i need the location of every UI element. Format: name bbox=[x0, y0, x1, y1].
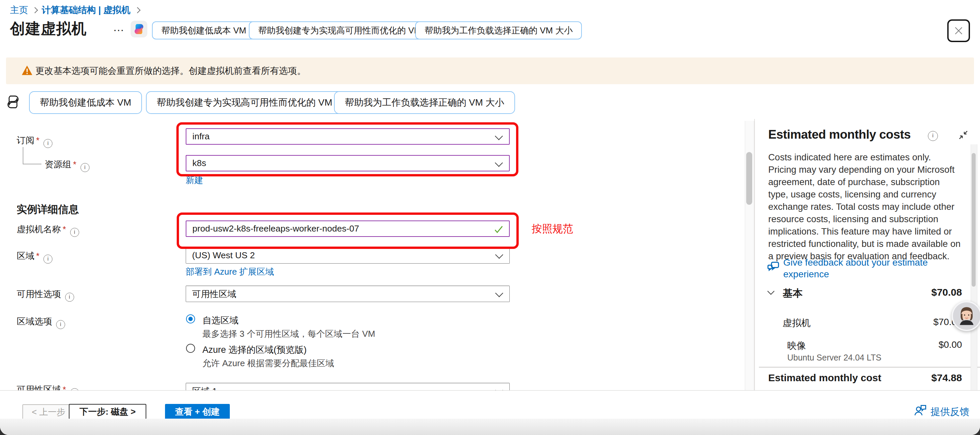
copilot-outline-button[interactable] bbox=[6, 95, 20, 110]
info-icon[interactable]: i bbox=[56, 320, 65, 329]
cost-divider bbox=[759, 367, 980, 368]
breadcrumb-home-link[interactable]: 主页 bbox=[10, 5, 28, 15]
region-label: 区域*i bbox=[17, 250, 52, 264]
required-asterisk: * bbox=[63, 224, 66, 234]
close-icon bbox=[954, 26, 964, 36]
cost-image-row-subtext: Ubuntu Server 24.04 LTS bbox=[787, 353, 881, 362]
radio-self-selected-zones[interactable] bbox=[186, 314, 195, 323]
helper-high-availability-button[interactable]: 帮助我创建专为实现高可用性而优化的 VM bbox=[146, 91, 343, 114]
helper-vm-size-button[interactable]: 帮助我为工作负载选择正确的 VM 大小 bbox=[334, 91, 515, 114]
helper-low-cost-vm-button[interactable]: 帮助我创建低成本 VM bbox=[29, 91, 142, 114]
required-asterisk: * bbox=[36, 135, 40, 145]
instance-details-heading: 实例详细信息 bbox=[17, 202, 79, 217]
bottom-strip bbox=[0, 419, 980, 435]
required-asterisk: * bbox=[73, 159, 76, 169]
resource-group-dropdown[interactable]: k8s bbox=[186, 155, 510, 171]
subscription-label: 订阅*i bbox=[17, 134, 52, 148]
availability-options-label: 可用性选项i bbox=[17, 288, 74, 302]
info-icon[interactable]: i bbox=[70, 228, 79, 237]
feedback-bubbles-icon bbox=[766, 260, 780, 274]
region-dropdown[interactable]: (US) West US 2 bbox=[186, 247, 510, 264]
vm-name-label: 虚拟机名称*i bbox=[17, 223, 79, 237]
suggestion-low-cost-vm-button[interactable]: 帮助我创建低成本 VM bbox=[152, 21, 256, 40]
info-icon[interactable]: i bbox=[43, 139, 52, 148]
cost-panel-description: Costs indicated here are estimates only.… bbox=[768, 151, 961, 262]
chevron-down-icon[interactable] bbox=[767, 290, 775, 295]
cost-total-value: $74.88 bbox=[862, 372, 962, 384]
person-feedback-icon bbox=[914, 404, 927, 417]
footer-bar: < 上一步 下一步: 磁盘 > 查看 + 创建 提供反馈 bbox=[0, 390, 980, 419]
cost-image-row-label: 映像 bbox=[787, 339, 806, 352]
avatar-image bbox=[953, 302, 980, 330]
required-asterisk: * bbox=[36, 251, 40, 261]
resource-group-label: 资源组*i bbox=[45, 158, 89, 172]
chevron-right-icon bbox=[32, 7, 38, 13]
copilot-icon bbox=[133, 23, 145, 35]
main-scrollbar-thumb[interactable] bbox=[746, 152, 752, 205]
radio-azure-selected-zones[interactable] bbox=[186, 344, 195, 353]
feedback-link[interactable]: 提供反馈 bbox=[931, 405, 969, 419]
annotation-text: 按照规范 bbox=[532, 222, 573, 236]
zone-options-label: 区域选项i bbox=[17, 315, 65, 329]
breadcrumb: 主页计算基础结构 | 虚拟机 bbox=[10, 4, 144, 16]
chevron-down-icon bbox=[495, 250, 503, 258]
previous-button[interactable]: < 上一步 bbox=[22, 404, 75, 420]
cost-vm-row-label: 虚拟机 bbox=[783, 317, 811, 330]
close-button[interactable] bbox=[947, 19, 970, 42]
radio-self-selected-zones-label[interactable]: 自选区域 bbox=[202, 314, 239, 327]
info-icon[interactable]: i bbox=[65, 293, 74, 302]
edge-zone-link[interactable]: 部署到 Azure 扩展区域 bbox=[186, 266, 274, 278]
copilot-button[interactable] bbox=[130, 21, 147, 37]
page-title: 创建虚拟机 bbox=[10, 19, 87, 39]
radio-self-selected-zones-desc: 最多选择 3 个可用性区域，每个区域一台 VM bbox=[202, 328, 375, 340]
info-icon[interactable]: i bbox=[928, 131, 938, 141]
more-menu-button[interactable]: … bbox=[113, 21, 125, 34]
chevron-down-icon bbox=[495, 132, 503, 140]
estimate-feedback-link[interactable]: Give feedback about your estimate experi… bbox=[783, 257, 950, 280]
next-disks-button[interactable]: 下一步: 磁盘 > bbox=[69, 404, 146, 419]
avatar[interactable] bbox=[951, 301, 980, 331]
info-icon[interactable]: i bbox=[43, 255, 52, 264]
check-icon bbox=[494, 226, 503, 234]
cost-image-row-value: $0.00 bbox=[862, 339, 962, 350]
create-vm-page: 主页计算基础结构 | 虚拟机 创建虚拟机 … 帮助我创建低成本 VM 帮助我创建… bbox=[0, 0, 980, 435]
panel-divider bbox=[754, 119, 755, 390]
cost-panel-title: Estimated monthly costs bbox=[768, 127, 910, 142]
info-icon[interactable]: i bbox=[81, 163, 89, 172]
warning-banner: 更改基本选项可能会重置所做的选择。创建虚拟机前查看所有选项。 bbox=[6, 57, 974, 84]
copilot-outline-icon bbox=[6, 95, 20, 109]
chevron-down-icon bbox=[495, 289, 503, 297]
cost-group-value: $70.08 bbox=[862, 287, 962, 298]
radio-azure-selected-zones-desc: 允许 Azure 根据需要分配最佳区域 bbox=[202, 357, 334, 369]
breadcrumb-section-link[interactable]: 计算基础结构 | 虚拟机 bbox=[42, 5, 130, 15]
create-new-resource-group-link[interactable]: 新建 bbox=[186, 174, 203, 186]
review-create-button[interactable]: 查看 + 创建 bbox=[165, 404, 230, 419]
availability-options-dropdown[interactable]: 可用性区域 bbox=[186, 286, 510, 302]
warning-icon bbox=[21, 65, 33, 76]
cost-panel-scrollbar-thumb[interactable] bbox=[972, 153, 976, 287]
azure-portal-screen: 主页计算基础结构 | 虚拟机 创建虚拟机 … 帮助我创建低成本 VM 帮助我创建… bbox=[0, 0, 980, 435]
chevron-down-icon bbox=[495, 159, 503, 167]
contract-icon[interactable] bbox=[958, 130, 969, 140]
vm-name-input[interactable]: prod-usw2-k8s-freeleaps-worker-nodes-07 bbox=[186, 220, 510, 237]
cost-group-label[interactable]: 基本 bbox=[783, 287, 803, 300]
cost-vm-row-value: $70.08 bbox=[862, 317, 962, 327]
radio-azure-selected-zones-label[interactable]: Azure 选择的区域(预览版) bbox=[202, 344, 307, 356]
tree-connector bbox=[23, 147, 41, 164]
suggestion-high-availability-button[interactable]: 帮助我创建专为实现高可用性而优化的 VM bbox=[249, 21, 431, 40]
warning-text: 更改基本选项可能会重置所做的选择。创建虚拟机前查看所有选项。 bbox=[35, 65, 306, 77]
subscription-dropdown[interactable]: infra bbox=[186, 128, 510, 145]
chevron-right-icon bbox=[134, 7, 140, 13]
suggestion-vm-size-button[interactable]: 帮助我为工作负载选择正确的 VM 大小 bbox=[415, 21, 582, 40]
